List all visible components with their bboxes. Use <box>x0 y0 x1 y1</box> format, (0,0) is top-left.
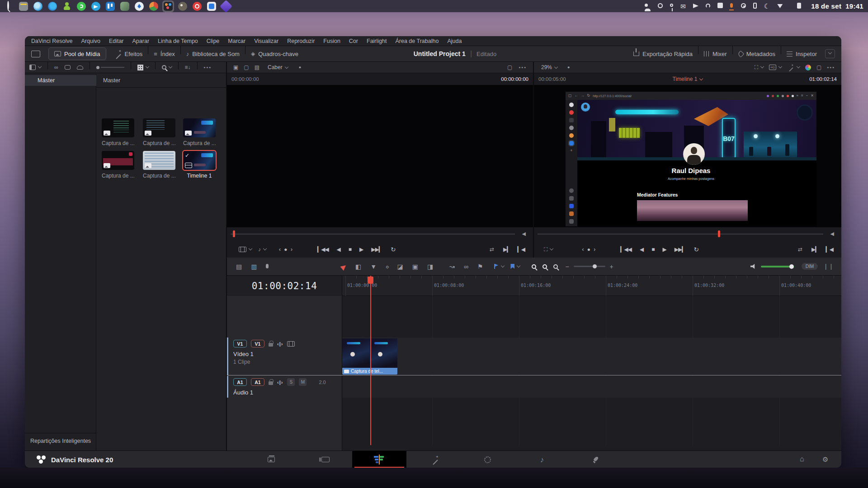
timeline-video-clip[interactable]: Captura de tel... <box>342 338 397 375</box>
mixer-mini-icon[interactable]: ❘❘ <box>823 263 834 269</box>
loop-button[interactable]: ↻ <box>693 246 699 253</box>
timeline-clip-selected[interactable]: ✓Timeline 1 <box>183 151 216 179</box>
grid-view-button[interactable] <box>137 65 149 70</box>
multicam-icon[interactable]: ▤ <box>255 65 259 70</box>
flag-dropdown[interactable] <box>494 264 504 269</box>
page-fusion[interactable] <box>421 451 448 468</box>
insert-clip-button[interactable]: ◪ <box>397 263 403 270</box>
replace-clip-button[interactable]: ◨ <box>427 263 433 270</box>
software-store-icon[interactable] <box>207 2 216 11</box>
timer-tray-icon[interactable] <box>658 3 663 9</box>
stop-button[interactable]: ■ <box>651 246 654 253</box>
page-deliver[interactable] <box>582 451 609 468</box>
dynamic-trim-tool[interactable]: ‹› <box>386 263 388 270</box>
safe-area-icon[interactable]: ▢ <box>244 65 249 70</box>
step-back-button[interactable]: ◀ <box>337 246 340 253</box>
zoom-full-icon[interactable] <box>542 264 547 269</box>
archive-manager-icon[interactable] <box>19 2 28 11</box>
v1-source-button[interactable]: V1 <box>251 340 264 347</box>
play-button[interactable]: ▶ <box>359 246 363 253</box>
razor-tool[interactable]: ▼ <box>370 263 377 270</box>
jog-control[interactable]: ‹ ● › <box>279 246 293 253</box>
resize-dropdown[interactable]: ⛶ <box>755 65 764 70</box>
youtube-music-icon[interactable] <box>193 2 202 11</box>
viewer-zoom-dropdown[interactable]: 29% <box>541 64 557 70</box>
settings-gear-icon[interactable]: ⚙ <box>822 456 828 463</box>
marker-dropdown[interactable] <box>510 264 520 269</box>
overwrite-clip-button[interactable]: ▣ <box>412 263 418 270</box>
davinci-resolve-taskbar-icon[interactable] <box>162 0 174 12</box>
menu-ajuda[interactable]: Ajuda <box>447 38 462 44</box>
video-track-name[interactable]: Vídeo 1 <box>233 351 254 357</box>
loop-button[interactable]: ↻ <box>391 246 396 253</box>
retime-curve-icon[interactable]: ↝ <box>449 263 455 270</box>
a1-solo-button[interactable]: S <box>287 378 295 386</box>
video-track-lane[interactable] <box>342 338 841 375</box>
dim-button[interactable]: DIM <box>802 263 818 270</box>
sound-library-button[interactable]: ♪Biblioteca de Som <box>181 51 245 57</box>
timeline-name-dropdown[interactable]: Timeline 1 <box>673 76 703 82</box>
play-button[interactable]: ▶ <box>663 246 666 253</box>
whatsapp-tray-icon[interactable] <box>706 3 710 9</box>
menu-area-de-trabalho[interactable]: Área de Trabalho <box>395 38 439 44</box>
in-out-loop-icon[interactable]: ⇄ <box>798 247 802 252</box>
telegram-tray-icon[interactable] <box>693 3 698 9</box>
timeline-playhead-line[interactable] <box>370 276 371 445</box>
zoom-fit-dropdown[interactable]: Caber <box>268 64 288 70</box>
zoom-in-button[interactable]: + <box>610 263 613 270</box>
timeline-volume-icon[interactable] <box>750 264 756 269</box>
source-viewer-scrub-bar[interactable]: ◀ <box>227 227 533 241</box>
menu-linha-de-tempo[interactable]: Linha de Tempo <box>158 38 198 44</box>
timeline-viewer-more-icon[interactable]: ••• <box>827 65 835 70</box>
sort-icon[interactable]: ≡↓ <box>185 65 191 70</box>
stop-button[interactable]: ■ <box>349 246 351 253</box>
audio-track-lane[interactable] <box>342 376 841 398</box>
monitor-toggle-icon[interactable] <box>31 51 40 57</box>
selection-mode-tool[interactable]: ▶ <box>339 262 348 271</box>
photos-icon[interactable] <box>120 2 129 11</box>
a1-source-button[interactable]: A1 <box>251 378 264 386</box>
user-tray-icon[interactable] <box>645 1 651 11</box>
menu-davinci-resolve[interactable]: DaVinci Resolve <box>31 38 72 44</box>
steam-tray-icon[interactable] <box>741 3 746 9</box>
effects-panel-button[interactable]: Efeitos <box>109 50 148 57</box>
clock[interactable]: 18 de set 19:41 <box>811 2 863 10</box>
menu-cor[interactable]: Cor <box>349 38 358 44</box>
scrub-handle-icon[interactable]: ◀ <box>830 231 834 236</box>
night-light-icon[interactable]: ☾ <box>764 3 770 9</box>
viewer-mode-dropdown[interactable] <box>239 247 252 252</box>
timeline-scrub-playhead[interactable] <box>718 230 720 237</box>
telegram-icon[interactable] <box>91 2 100 11</box>
single-viewer-icon[interactable]: ▢ <box>507 65 512 70</box>
a1-lock-icon[interactable] <box>269 381 273 385</box>
page-cut[interactable] <box>312 451 339 468</box>
expand-viewer-icon[interactable]: ▢ <box>816 65 821 70</box>
timeline-volume-slider[interactable] <box>761 266 795 267</box>
menu-fairlight[interactable]: Fairlight <box>367 38 387 44</box>
go-to-in-button[interactable]: ▎◀ <box>826 246 833 253</box>
timeline-view-options-icon[interactable]: ▤ <box>236 263 242 270</box>
whatsapp-icon[interactable] <box>77 2 86 11</box>
media-clip[interactable]: Captura de ... <box>143 151 175 179</box>
go-to-out-button[interactable]: ▶▎ <box>503 246 510 253</box>
v1-lock-icon[interactable] <box>269 343 273 347</box>
page-media[interactable] <box>258 451 285 468</box>
bin-sidebar-toggle[interactable] <box>29 65 41 70</box>
menu-fusion[interactable]: Fusion <box>323 38 340 44</box>
step-back-button[interactable]: ◀ <box>640 246 643 253</box>
zoom-out-button[interactable]: − <box>565 263 569 270</box>
source-viewer-more-icon[interactable]: ••• <box>519 65 527 70</box>
smart-bins-header[interactable]: Repartições Inteligentes <box>30 438 91 444</box>
video-audio-divider[interactable] <box>227 375 841 375</box>
position-lock-icon[interactable]: ⚑ <box>477 263 483 270</box>
keyframes-button[interactable]: ◈Quadros-chave <box>245 51 304 57</box>
v1-autoselect-icon[interactable]: ‹|› <box>277 341 283 347</box>
quick-export-button[interactable]: Exportação Rápida <box>628 51 698 57</box>
menu-arquivo[interactable]: Arquivo <box>81 38 100 44</box>
skip-back-button[interactable]: ▎◀◀ <box>620 246 632 253</box>
collapse-header-button[interactable] <box>825 49 835 58</box>
clip-audio-dropdown[interactable]: ♪ <box>258 247 266 252</box>
wifi-icon[interactable] <box>777 3 783 9</box>
enhance-dropdown[interactable] <box>787 64 800 71</box>
a1-autoselect-icon[interactable]: ‹|› <box>277 380 283 385</box>
